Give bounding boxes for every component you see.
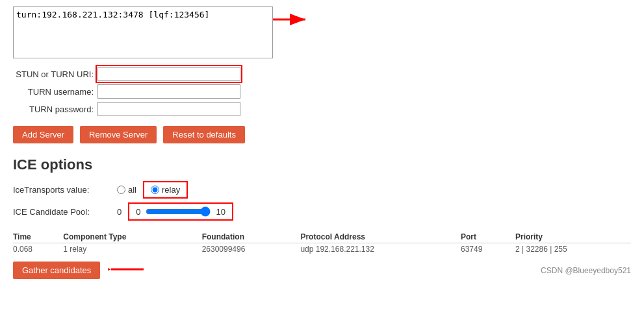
server-form: STUN or TURN URI: TURN username: TURN pa…	[13, 67, 631, 116]
relay-box: relay	[143, 181, 188, 199]
ice-pool-label: ICE Candidate Pool:	[13, 207, 117, 217]
ice-pool-row: ICE Candidate Pool: 0 0 10	[13, 202, 631, 221]
slider-box: 0 10	[128, 202, 233, 221]
gather-arrow-icon	[108, 260, 147, 280]
gather-btn-area: Gather candidates	[13, 260, 147, 280]
turn-username-input[interactable]	[97, 84, 240, 99]
gather-candidates-button[interactable]: Gather candidates	[13, 262, 100, 279]
turn-password-label: TURN password:	[13, 104, 97, 114]
watermark-text: CSDN @Blueeyedboy521	[541, 266, 631, 275]
ice-options-title: ICE options	[13, 156, 631, 173]
slider-max-label: 10	[216, 207, 225, 217]
ice-transports-label: IceTransports value:	[13, 185, 117, 195]
radio-all-option[interactable]: all	[117, 185, 136, 195]
radio-relay-option[interactable]: relay	[151, 185, 180, 195]
ice-pool-controls: 0 0 10	[117, 202, 233, 221]
turn-username-label: TURN username:	[13, 87, 97, 97]
table-cell: 2630099496	[202, 243, 301, 256]
radio-relay-input[interactable]	[151, 186, 159, 194]
remove-server-button[interactable]: Remove Server	[80, 126, 157, 143]
turn-password-input[interactable]	[97, 102, 240, 116]
turn-username-row: TURN username:	[13, 84, 631, 99]
stun-turn-row: STUN or TURN URI:	[13, 67, 631, 81]
stun-turn-label: STUN or TURN URI:	[13, 69, 97, 79]
col-protocol-address: Protocol Address	[300, 231, 461, 243]
arrow-indicator-icon	[270, 10, 309, 32]
server-list-textarea[interactable]: turn:192.168.221.132:3478 [lqf:123456]	[13, 6, 273, 58]
server-list-container: turn:192.168.221.132:3478 [lqf:123456]	[13, 6, 273, 60]
table-header-row: Time Component Type Foundation Protocol …	[13, 231, 631, 243]
radio-all-input[interactable]	[117, 186, 125, 194]
pool-value1: 0	[117, 207, 122, 217]
ice-transports-row: IceTransports value: all relay	[13, 181, 631, 199]
ice-options-section: ICE options IceTransports value: all rel…	[13, 156, 631, 221]
reset-defaults-button[interactable]: Reset to defaults	[163, 126, 245, 143]
radio-all-label: all	[128, 185, 136, 195]
action-buttons: Add Server Remove Server Reset to defaul…	[13, 126, 631, 143]
col-component-type: Component Type	[63, 231, 201, 243]
table-cell: 2 | 32286 | 255	[515, 243, 631, 256]
col-priority: Priority	[515, 231, 631, 243]
pool-value2: 0	[136, 207, 140, 217]
radio-relay-label: relay	[162, 185, 180, 195]
stun-turn-input[interactable]	[97, 67, 240, 81]
table-row: 0.0681 relay2630099496udp 192.168.221.13…	[13, 243, 631, 256]
candidates-table: Time Component Type Foundation Protocol …	[13, 231, 631, 255]
col-port: Port	[461, 231, 515, 243]
table-cell: udp 192.168.221.132	[300, 243, 461, 256]
table-cell: 63749	[461, 243, 515, 256]
table-cell: 1 relay	[63, 243, 201, 256]
col-time: Time	[13, 231, 63, 243]
bottom-row: Gather candidates CSDN @Blueeyedboy521	[13, 260, 631, 280]
col-foundation: Foundation	[202, 231, 301, 243]
candidate-pool-slider[interactable]	[146, 206, 211, 217]
table-cell: 0.068	[13, 243, 63, 256]
add-server-button[interactable]: Add Server	[13, 126, 73, 143]
turn-password-row: TURN password:	[13, 102, 631, 116]
ice-transports-controls: all relay	[117, 181, 188, 199]
